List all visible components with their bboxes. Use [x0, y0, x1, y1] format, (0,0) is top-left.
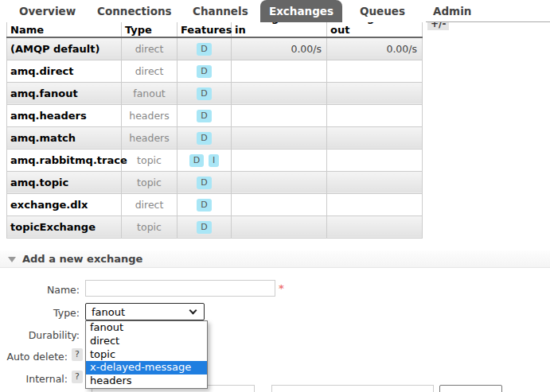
exchange-type: topic: [122, 215, 177, 238]
exchange-name[interactable]: amq.topic: [7, 171, 122, 193]
tab-overview[interactable]: Overview: [19, 0, 76, 22]
rate-in: [232, 126, 327, 149]
exchange-type: topic: [122, 149, 177, 171]
argument-type-select[interactable]: [439, 385, 502, 392]
rate-in: [232, 215, 327, 238]
exchange-type: fanout: [122, 82, 177, 104]
exchange-name[interactable]: exchange.dlx: [7, 193, 122, 215]
table-row[interactable]: topicExchange topic D: [7, 215, 423, 238]
rate-out: [327, 104, 423, 126]
required-marker: *: [279, 282, 284, 294]
auto-delete-label: Auto delete:: [0, 351, 68, 363]
internal-help-icon[interactable]: ?: [72, 371, 83, 383]
durable-badge: D: [197, 43, 211, 56]
dropdown-option-fanout[interactable]: fanout: [86, 321, 207, 335]
durable-badge: D: [197, 177, 211, 189]
tab-exchanges[interactable]: Exchanges: [260, 0, 342, 22]
durable-badge: D: [197, 132, 211, 145]
chevron-down-icon: [189, 307, 197, 315]
tab-connections[interactable]: Connections: [97, 0, 172, 22]
type-label: Type:: [0, 307, 80, 319]
exchange-type: direct: [122, 60, 177, 82]
exchange-name-input[interactable]: [85, 280, 275, 297]
rate-out: [327, 193, 423, 215]
durable-badge: D: [197, 87, 211, 100]
tab-channels[interactable]: Channels: [193, 0, 248, 22]
collapse-arrow-icon: [8, 257, 16, 262]
rate-out: 0.00/s: [327, 37, 423, 60]
rate-out: [327, 60, 423, 82]
durable-badge: D: [189, 154, 204, 167]
dropdown-option-direct[interactable]: direct: [86, 335, 207, 348]
exchange-name[interactable]: amq.headers: [7, 104, 122, 126]
table-row[interactable]: amq.fanout fanout D: [7, 82, 423, 104]
rate-out: [327, 215, 423, 238]
dropdown-option-x-delayed-message[interactable]: x-delayed-message: [86, 361, 207, 375]
exchange-type: headers: [122, 104, 177, 126]
table-row[interactable]: exchange.dlx direct D: [7, 193, 423, 215]
auto-delete-help-icon[interactable]: ?: [72, 348, 83, 361]
rate-out: [327, 171, 423, 193]
tab-queues[interactable]: Queues: [360, 0, 405, 22]
dropdown-option-headers[interactable]: headers: [86, 375, 207, 388]
section-title: Add a new exchange: [22, 253, 142, 265]
durable-badge: D: [197, 221, 211, 234]
exchange-name[interactable]: topicExchange: [7, 215, 122, 238]
durability-label: Durability:: [0, 329, 80, 341]
rate-in: [232, 171, 327, 193]
rate-out: [327, 149, 423, 171]
internal-label: Internal:: [0, 373, 68, 385]
exchange-type: topic: [122, 171, 177, 193]
rate-out: [327, 82, 423, 104]
top-nav: Overview Connections Channels Exchanges …: [0, 0, 550, 22]
internal-badge: I: [209, 154, 219, 167]
tab-admin[interactable]: Admin: [433, 0, 471, 22]
name-label: Name:: [0, 284, 80, 296]
durable-badge: D: [197, 65, 211, 78]
table-row[interactable]: amq.rabbitmq.trace topic D I: [7, 149, 423, 171]
table-row[interactable]: amq.headers headers D: [7, 104, 423, 126]
table-row[interactable]: amq.match headers D: [7, 126, 423, 149]
type-select-value: fanout: [92, 306, 125, 318]
table-row[interactable]: (AMQP default) direct D 0.00/s 0.00/s: [7, 37, 423, 60]
rate-in: 0.00/s: [232, 37, 327, 60]
type-dropdown-list: fanout direct topic x-delayed-message he…: [85, 320, 208, 389]
exchange-type: direct: [122, 37, 177, 60]
exchange-type: direct: [122, 193, 177, 215]
exchange-name[interactable]: amq.rabbitmq.trace: [7, 149, 122, 171]
rate-in: [232, 193, 327, 215]
page: Overview Connections Channels Exchanges …: [0, 0, 550, 392]
rate-out: [327, 126, 423, 149]
exchange-name[interactable]: amq.match: [7, 126, 122, 149]
exchange-name[interactable]: (AMQP default): [7, 37, 122, 60]
exchanges-table: Name Type Features Message rate in Messa…: [6, 12, 423, 239]
rate-in: [232, 104, 327, 126]
rate-in: [232, 149, 327, 171]
table-row[interactable]: amq.direct direct D: [7, 60, 423, 82]
exchange-name[interactable]: amq.fanout: [7, 82, 122, 104]
rate-in: [232, 82, 327, 104]
rate-in: [232, 60, 327, 82]
durable-badge: D: [197, 199, 211, 212]
exchange-name[interactable]: amq.direct: [7, 60, 122, 82]
argument-value-input[interactable]: [271, 385, 434, 392]
dropdown-option-topic[interactable]: topic: [86, 348, 207, 362]
type-select[interactable]: fanout: [85, 303, 205, 320]
add-exchange-section-header[interactable]: Add a new exchange: [0, 250, 550, 268]
exchange-type: headers: [122, 126, 177, 149]
table-row[interactable]: amq.topic topic D: [7, 171, 423, 193]
durable-badge: D: [197, 110, 211, 122]
nav-divider-line: [426, 21, 550, 22]
